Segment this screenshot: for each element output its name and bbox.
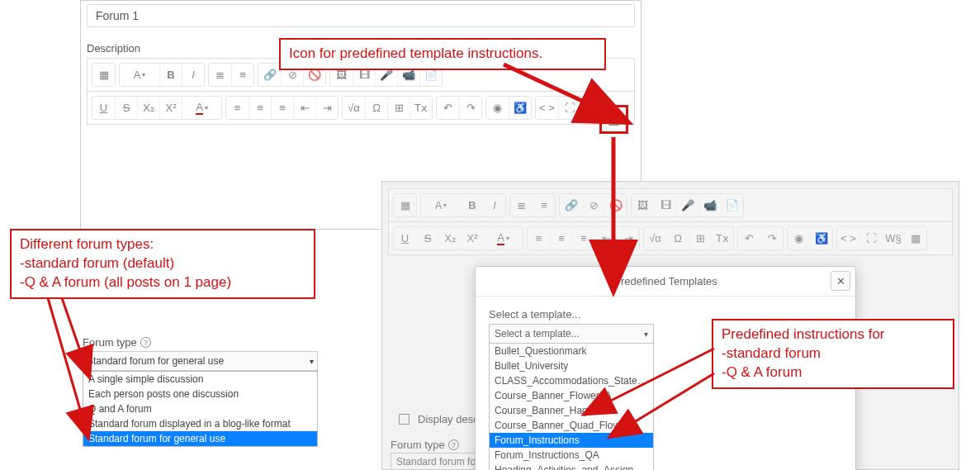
template-option[interactable]: Bullet_University	[490, 358, 653, 373]
wordcount-button[interactable]: W§	[882, 227, 904, 249]
file-button[interactable]: 📄	[721, 194, 743, 216]
strike-button[interactable]: S	[416, 227, 438, 249]
forum-type-area: Forum type ? Standard forum for general …	[83, 336, 330, 447]
align-left-button[interactable]: ≡	[226, 97, 249, 119]
editor2-toolbar-row1: ▦ A▾ B I ≣ ≡ 🔗 ⊘ 🚫 🖼 🎞 🎤 📹 📄	[388, 188, 953, 222]
template-option-selected[interactable]: Forum_Instructions	[490, 433, 653, 448]
font-picker[interactable]: A▾	[421, 194, 461, 216]
forum-type-label: Forum type ?	[83, 336, 330, 349]
align-right-button[interactable]: ≡	[572, 227, 594, 249]
fullscreen-button[interactable]: ⛶	[859, 227, 882, 249]
link-button[interactable]: 🔗	[258, 64, 281, 86]
help-icon[interactable]: ?	[448, 439, 459, 450]
italic-button[interactable]: I	[483, 194, 505, 216]
ul-button[interactable]: ≣	[510, 194, 533, 216]
template-select[interactable]: Select a template... ▾	[489, 324, 654, 344]
specialchar-button[interactable]: Ω	[666, 227, 689, 249]
forum-type-option[interactable]: Q and A forum	[83, 401, 317, 416]
forum-type-option[interactable]: Each person posts one discussion	[83, 387, 317, 401]
font-picker[interactable]: A▾	[120, 64, 159, 86]
strike-button[interactable]: S	[115, 97, 137, 119]
annotation-predefined-instructions: Predefined instructions for -standard fo…	[712, 319, 954, 389]
ul-button[interactable]: ≣	[209, 64, 231, 86]
undo-button[interactable]: ↶	[738, 227, 760, 249]
link-button[interactable]: 🔗	[560, 194, 582, 216]
template-option[interactable]: Forum_Instructions_QA	[490, 448, 653, 463]
undo-button[interactable]: ↶	[437, 97, 459, 119]
template-option[interactable]: CLASS_Accommodations_Statement	[490, 373, 653, 388]
template-option[interactable]: Course_Banner_Flower_A	[490, 388, 653, 403]
forum-type-listbox[interactable]: A single simple discussion Each person p…	[83, 371, 318, 447]
forum-type-select[interactable]: Standard forum for general use ▾	[83, 351, 318, 371]
predefined-template-icon[interactable]: ▦	[599, 105, 628, 134]
table-button[interactable]: ⊞	[387, 97, 410, 119]
grid-toggle-icon[interactable]: ▦	[92, 64, 115, 86]
accessibility-button[interactable]: ♿	[509, 97, 531, 119]
table-button[interactable]: ⊞	[689, 227, 711, 249]
subscript-button[interactable]: X₂	[438, 227, 461, 249]
align-right-button[interactable]: ≡	[271, 97, 293, 119]
redo-button[interactable]: ↷	[459, 97, 481, 119]
align-center-button[interactable]: ≡	[249, 97, 271, 119]
media-button[interactable]: 🎞	[654, 194, 676, 216]
italic-button[interactable]: I	[182, 64, 204, 86]
ol-button[interactable]: ≡	[231, 64, 253, 86]
superscript-button[interactable]: X²	[159, 97, 182, 119]
equation-button[interactable]: √α	[644, 227, 666, 249]
htmlcode-button[interactable]: < >	[536, 97, 558, 119]
noautolink-button[interactable]: 🚫	[604, 194, 627, 216]
annotation-forum-types: Different forum types: -standard forum (…	[10, 229, 315, 299]
underline-button[interactable]: U	[92, 97, 115, 119]
outdent-button[interactable]: ⇤	[594, 227, 617, 249]
template-option[interactable]: Course_Banner_Quad_Flowers	[490, 418, 653, 433]
indent-button[interactable]: ⇥	[315, 97, 338, 119]
clearformat-button[interactable]: T𝗑	[410, 97, 432, 119]
unlink-button[interactable]: ⊘	[582, 194, 604, 216]
mic-button[interactable]: 🎤	[676, 194, 698, 216]
ol-button[interactable]: ≡	[533, 194, 555, 216]
fontcolor-button[interactable]: A▾	[483, 227, 523, 249]
chevron-down-icon: ▾	[310, 357, 314, 366]
forum-name-input[interactable]: Forum 1	[87, 4, 635, 27]
grid-toggle-icon[interactable]: ▦	[394, 194, 416, 216]
underline-button[interactable]: U	[394, 227, 416, 249]
fontcolor-button[interactable]: A▾	[182, 97, 221, 119]
clearformat-button[interactable]: T𝗑	[711, 227, 733, 249]
forum-type-option-selected[interactable]: Standard forum for general use	[83, 431, 317, 446]
template-option[interactable]: Bullet_Questionmark	[490, 344, 653, 358]
redo-button[interactable]: ↷	[760, 227, 783, 249]
subscript-button[interactable]: X₂	[137, 97, 159, 119]
forum-type-option[interactable]: Standard forum displayed in a blog-like …	[83, 416, 317, 431]
bold-button[interactable]: B	[159, 64, 182, 86]
forum-type-label-2: Forum type ?	[391, 439, 459, 451]
bold-button[interactable]: B	[461, 194, 483, 216]
video-button[interactable]: 📹	[698, 194, 721, 216]
template-option[interactable]: Course_Banner_Hagfors	[490, 403, 653, 418]
forum-type-selected: Standard forum for general use	[87, 355, 224, 367]
htmlcode-button[interactable]: < >	[837, 227, 859, 249]
template-listbox[interactable]: Bullet_Questionmark Bullet_University CL…	[489, 344, 654, 470]
editor2-toolbar-row2: U S X₂ X² A▾ ≡ ≡ ≡ ⇤ ⇥ √α Ω ⊞ T𝗑 ↶ ↷ ◉ ♿	[388, 221, 953, 255]
indent-button[interactable]: ⇥	[617, 227, 639, 249]
fullscreen-button[interactable]: ⛶	[558, 97, 580, 119]
superscript-button[interactable]: X²	[461, 227, 483, 249]
forum-type-option[interactable]: A single simple discussion	[83, 372, 317, 387]
help-icon[interactable]: ?	[140, 337, 151, 348]
template-option[interactable]: Heading_Activities_and_Assignments	[490, 463, 653, 470]
preview-button[interactable]: ◉	[486, 97, 509, 119]
specialchar-button[interactable]: Ω	[365, 97, 387, 119]
align-center-button[interactable]: ≡	[550, 227, 572, 249]
modal-header: Predefined Templates ✕	[476, 267, 855, 297]
template-icon: ▦	[608, 112, 620, 127]
preview-button[interactable]: ◉	[788, 227, 810, 249]
annotation-template-icon: Icon for predefined template instruction…	[279, 38, 606, 70]
align-left-button[interactable]: ≡	[528, 227, 550, 249]
accessibility-button[interactable]: ♿	[810, 227, 832, 249]
predefined-template-button[interactable]: ▦	[904, 227, 926, 249]
outdent-button[interactable]: ⇤	[293, 97, 315, 119]
display-desc-checkbox[interactable]	[399, 414, 410, 425]
modal-close-button[interactable]: ✕	[831, 271, 850, 291]
chevron-down-icon: ▾	[644, 330, 648, 339]
image-button[interactable]: 🖼	[632, 194, 654, 216]
equation-button[interactable]: √α	[343, 97, 365, 119]
